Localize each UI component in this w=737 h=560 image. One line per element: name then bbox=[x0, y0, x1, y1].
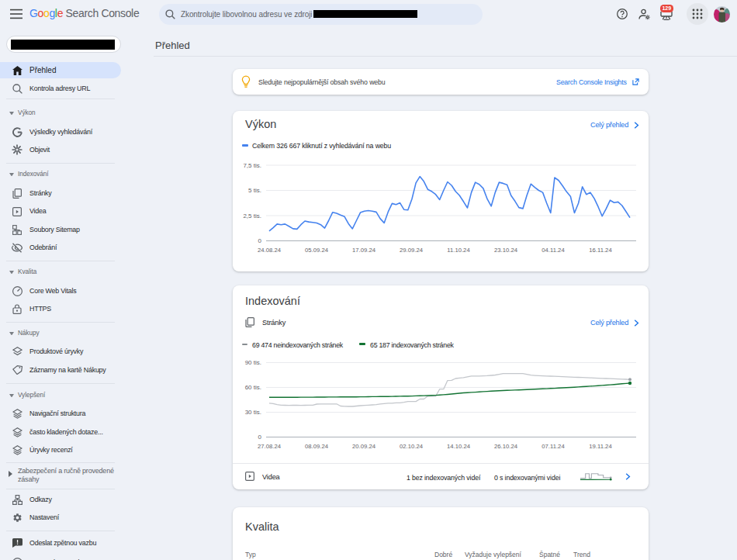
svg-text:04.11.24: 04.11.24 bbox=[542, 247, 565, 254]
svg-text:24.08.24: 24.08.24 bbox=[258, 247, 282, 254]
svg-text:90 tis.: 90 tis. bbox=[245, 359, 261, 366]
svg-text:08.09.24: 08.09.24 bbox=[305, 443, 329, 450]
svg-text:0: 0 bbox=[258, 434, 262, 441]
svg-text:60 tis.: 60 tis. bbox=[245, 384, 261, 391]
svg-text:17.09.24: 17.09.24 bbox=[352, 247, 376, 254]
svg-text:30 tis.: 30 tis. bbox=[245, 409, 261, 416]
svg-text:29.09.24: 29.09.24 bbox=[400, 247, 424, 254]
svg-text:0: 0 bbox=[258, 237, 262, 244]
svg-text:7,5 tis.: 7,5 tis. bbox=[243, 162, 261, 169]
svg-text:02.10.24: 02.10.24 bbox=[400, 443, 424, 450]
svg-text:14.10.24: 14.10.24 bbox=[447, 443, 471, 450]
svg-text:5 tis.: 5 tis. bbox=[248, 187, 261, 194]
svg-text:11.10.24: 11.10.24 bbox=[447, 247, 470, 254]
svg-text:16.11.24: 16.11.24 bbox=[589, 247, 612, 254]
svg-text:05.09.24: 05.09.24 bbox=[305, 247, 329, 254]
svg-text:07.11.24: 07.11.24 bbox=[542, 443, 565, 450]
svg-text:20.09.24: 20.09.24 bbox=[352, 443, 376, 450]
svg-text:2,5 tis.: 2,5 tis. bbox=[243, 213, 261, 220]
svg-text:19.11.24: 19.11.24 bbox=[589, 443, 612, 450]
svg-text:27.08.24: 27.08.24 bbox=[258, 443, 282, 450]
svg-text:23.10.24: 23.10.24 bbox=[494, 247, 518, 254]
svg-text:26.10.24: 26.10.24 bbox=[494, 443, 518, 450]
